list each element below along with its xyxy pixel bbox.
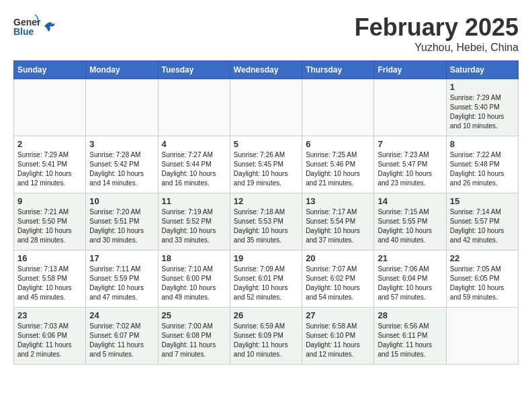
calendar-cell: 21Sunrise: 7:06 AM Sunset: 6:04 PM Dayli… (374, 250, 446, 308)
day-number: 4 (162, 139, 226, 149)
day-info: Sunrise: 7:06 AM Sunset: 6:04 PM Dayligh… (378, 265, 442, 302)
logo-bird-icon (43, 19, 56, 33)
calendar-cell: 12Sunrise: 7:18 AM Sunset: 5:53 PM Dayli… (230, 193, 302, 250)
day-number: 1 (450, 82, 515, 92)
day-info: Sunrise: 7:05 AM Sunset: 6:05 PM Dayligh… (450, 265, 515, 302)
calendar-cell: 23Sunrise: 7:03 AM Sunset: 6:06 PM Dayli… (14, 308, 86, 365)
day-number: 2 (17, 139, 82, 149)
calendar-cell: 22Sunrise: 7:05 AM Sunset: 6:05 PM Dayli… (446, 250, 518, 308)
day-number: 6 (306, 139, 370, 149)
calendar-cell: 10Sunrise: 7:20 AM Sunset: 5:51 PM Dayli… (86, 193, 158, 250)
day-number: 22 (450, 253, 515, 263)
calendar-week-row: 16Sunrise: 7:13 AM Sunset: 5:58 PM Dayli… (14, 250, 519, 308)
day-info: Sunrise: 7:20 AM Sunset: 5:51 PM Dayligh… (89, 208, 154, 245)
day-info: Sunrise: 7:29 AM Sunset: 5:41 PM Dayligh… (17, 150, 82, 188)
day-info: Sunrise: 7:21 AM Sunset: 5:50 PM Dayligh… (17, 208, 82, 245)
day-info: Sunrise: 6:59 AM Sunset: 6:09 PM Dayligh… (234, 322, 298, 359)
day-info: Sunrise: 7:17 AM Sunset: 5:54 PM Dayligh… (306, 208, 370, 245)
calendar-cell (86, 79, 158, 136)
location-subtitle: Yuzhou, Hebei, China (355, 42, 519, 54)
title-block: February 2025 Yuzhou, Hebei, China (355, 13, 519, 54)
calendar-cell: 5Sunrise: 7:26 AM Sunset: 5:45 PM Daylig… (230, 136, 302, 193)
calendar-cell: 18Sunrise: 7:10 AM Sunset: 6:00 PM Dayli… (158, 250, 230, 308)
column-header-thursday: Thursday (302, 61, 374, 79)
day-info: Sunrise: 7:11 AM Sunset: 5:59 PM Dayligh… (89, 265, 154, 302)
calendar-cell: 20Sunrise: 7:07 AM Sunset: 6:02 PM Dayli… (302, 250, 374, 308)
svg-text:Blue: Blue (13, 26, 34, 37)
day-info: Sunrise: 7:22 AM Sunset: 5:48 PM Dayligh… (450, 150, 515, 188)
day-info: Sunrise: 7:15 AM Sunset: 5:55 PM Dayligh… (378, 208, 442, 245)
calendar-cell: 11Sunrise: 7:19 AM Sunset: 5:52 PM Dayli… (158, 193, 230, 250)
day-number: 3 (89, 139, 154, 149)
day-info: Sunrise: 7:28 AM Sunset: 5:42 PM Dayligh… (89, 150, 154, 188)
day-info: Sunrise: 7:00 AM Sunset: 6:08 PM Dayligh… (162, 322, 226, 359)
calendar-cell: 7Sunrise: 7:23 AM Sunset: 5:47 PM Daylig… (374, 136, 446, 193)
column-header-monday: Monday (86, 61, 158, 79)
calendar-cell: 2Sunrise: 7:29 AM Sunset: 5:41 PM Daylig… (14, 136, 86, 193)
column-header-saturday: Saturday (446, 61, 518, 79)
day-number: 17 (89, 253, 154, 263)
day-number: 16 (17, 253, 82, 263)
calendar-cell (14, 79, 86, 136)
day-number: 28 (378, 310, 442, 320)
calendar-cell: 13Sunrise: 7:17 AM Sunset: 5:54 PM Dayli… (302, 193, 374, 250)
day-info: Sunrise: 7:03 AM Sunset: 6:06 PM Dayligh… (17, 322, 82, 359)
day-info: Sunrise: 7:27 AM Sunset: 5:44 PM Dayligh… (162, 150, 226, 188)
day-info: Sunrise: 7:29 AM Sunset: 5:40 PM Dayligh… (450, 93, 515, 131)
day-info: Sunrise: 7:18 AM Sunset: 5:53 PM Dayligh… (234, 208, 298, 245)
day-number: 18 (162, 253, 226, 263)
day-number: 10 (89, 196, 154, 206)
calendar-cell: 25Sunrise: 7:00 AM Sunset: 6:08 PM Dayli… (158, 308, 230, 365)
day-number: 7 (378, 139, 442, 149)
calendar-cell: 1Sunrise: 7:29 AM Sunset: 5:40 PM Daylig… (446, 79, 518, 136)
calendar-cell: 4Sunrise: 7:27 AM Sunset: 5:44 PM Daylig… (158, 136, 230, 193)
day-number: 14 (378, 196, 442, 206)
day-number: 23 (17, 310, 82, 320)
day-number: 13 (306, 196, 370, 206)
day-number: 27 (306, 310, 370, 320)
day-info: Sunrise: 7:07 AM Sunset: 6:02 PM Dayligh… (306, 265, 370, 302)
day-number: 25 (162, 310, 226, 320)
day-number: 12 (234, 196, 298, 206)
calendar-cell: 6Sunrise: 7:25 AM Sunset: 5:46 PM Daylig… (302, 136, 374, 193)
calendar-cell: 27Sunrise: 6:58 AM Sunset: 6:10 PM Dayli… (302, 308, 374, 365)
day-info: Sunrise: 6:58 AM Sunset: 6:10 PM Dayligh… (306, 322, 370, 359)
day-info: Sunrise: 7:10 AM Sunset: 6:00 PM Dayligh… (162, 265, 226, 302)
calendar-cell: 16Sunrise: 7:13 AM Sunset: 5:58 PM Dayli… (14, 250, 86, 308)
day-info: Sunrise: 7:26 AM Sunset: 5:45 PM Dayligh… (234, 150, 298, 188)
column-header-friday: Friday (374, 61, 446, 79)
calendar-cell: 15Sunrise: 7:14 AM Sunset: 5:57 PM Dayli… (446, 193, 518, 250)
day-info: Sunrise: 7:02 AM Sunset: 6:07 PM Dayligh… (89, 322, 154, 359)
calendar-week-row: 9Sunrise: 7:21 AM Sunset: 5:50 PM Daylig… (14, 193, 519, 250)
day-info: Sunrise: 7:14 AM Sunset: 5:57 PM Dayligh… (450, 208, 515, 245)
column-header-sunday: Sunday (14, 61, 86, 79)
calendar-cell: 26Sunrise: 6:59 AM Sunset: 6:09 PM Dayli… (230, 308, 302, 365)
calendar-cell: 3Sunrise: 7:28 AM Sunset: 5:42 PM Daylig… (86, 136, 158, 193)
day-number: 24 (89, 310, 154, 320)
calendar-cell: 9Sunrise: 7:21 AM Sunset: 5:50 PM Daylig… (14, 193, 86, 250)
day-number: 26 (234, 310, 298, 320)
calendar-week-row: 2Sunrise: 7:29 AM Sunset: 5:41 PM Daylig… (14, 136, 519, 193)
day-info: Sunrise: 6:56 AM Sunset: 6:11 PM Dayligh… (378, 322, 442, 359)
day-number: 5 (234, 139, 298, 149)
calendar-header-row: SundayMondayTuesdayWednesdayThursdayFrid… (14, 61, 519, 79)
calendar-cell: 28Sunrise: 6:56 AM Sunset: 6:11 PM Dayli… (374, 308, 446, 365)
calendar-cell: 17Sunrise: 7:11 AM Sunset: 5:59 PM Dayli… (86, 250, 158, 308)
calendar-week-row: 1Sunrise: 7:29 AM Sunset: 5:40 PM Daylig… (14, 79, 519, 136)
day-info: Sunrise: 7:09 AM Sunset: 6:01 PM Dayligh… (234, 265, 298, 302)
column-header-tuesday: Tuesday (158, 61, 230, 79)
calendar-cell (302, 79, 374, 136)
day-info: Sunrise: 7:25 AM Sunset: 5:46 PM Dayligh… (306, 150, 370, 188)
day-number: 11 (162, 196, 226, 206)
column-header-wednesday: Wednesday (230, 61, 302, 79)
day-number: 21 (378, 253, 442, 263)
day-info: Sunrise: 7:13 AM Sunset: 5:58 PM Dayligh… (17, 265, 82, 302)
calendar-cell (230, 79, 302, 136)
day-info: Sunrise: 7:19 AM Sunset: 5:52 PM Dayligh… (162, 208, 226, 245)
day-number: 8 (450, 139, 515, 149)
calendar-cell: 14Sunrise: 7:15 AM Sunset: 5:55 PM Dayli… (374, 193, 446, 250)
month-title: February 2025 (355, 13, 519, 42)
calendar-cell: 8Sunrise: 7:22 AM Sunset: 5:48 PM Daylig… (446, 136, 518, 193)
day-number: 19 (234, 253, 298, 263)
calendar-table: SundayMondayTuesdayWednesdayThursdayFrid… (13, 60, 519, 365)
